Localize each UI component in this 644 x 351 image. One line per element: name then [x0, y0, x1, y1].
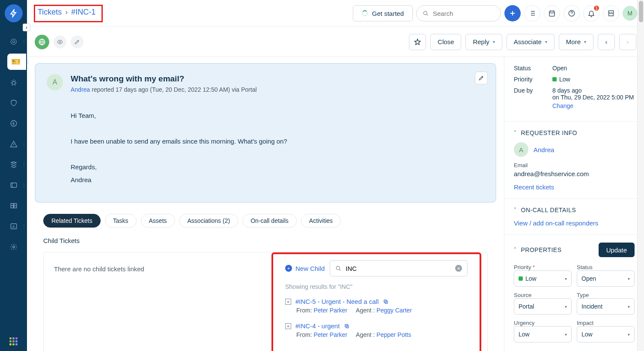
chevron-up-icon: ˄	[514, 130, 517, 136]
tab-related-tickets[interactable]: Related Tickets	[43, 214, 101, 228]
tab-oncall[interactable]: On-call details	[242, 214, 297, 228]
ticket-tabs-card: Related Tickets Tasks Assets Association…	[35, 206, 496, 351]
recent-tickets-link[interactable]: Recent tickets	[514, 183, 635, 191]
nav-dashboard-icon[interactable]: ◎⋮	[6, 33, 22, 49]
requester-info-header[interactable]: ˄REQUESTER INFO	[514, 129, 635, 136]
dueby-value: 8 days ago on Thu, 29 Dec, 2022 5:00 PM …	[552, 87, 635, 109]
edit-ticket-button[interactable]	[475, 72, 488, 84]
chevron-down-icon: ▾	[584, 39, 586, 44]
nav-alert-icon[interactable]: ⋮	[6, 136, 22, 152]
tasks-icon-button[interactable]	[524, 5, 540, 21]
chevron-up-icon: ˄	[514, 247, 517, 253]
clear-search-icon[interactable]: ✕	[455, 265, 462, 272]
svg-rect-11	[384, 300, 387, 302]
change-dueby-link[interactable]: Change	[552, 102, 635, 109]
nav-reports-icon[interactable]: ⋮	[6, 218, 22, 234]
impact-select[interactable]: Low▾	[577, 326, 635, 342]
associate-dropdown-button[interactable]: Associate▾	[507, 34, 555, 50]
close-button[interactable]: Close	[430, 34, 461, 50]
scrollbar-thumb[interactable]	[639, 1, 643, 22]
nav-release-icon[interactable]	[6, 115, 22, 132]
more-dropdown-button[interactable]: More▾	[559, 34, 593, 50]
help-icon-button[interactable]	[564, 5, 580, 21]
get-started-label: Get started	[372, 10, 404, 17]
properties-header[interactable]: ˄PROPERTIES	[514, 246, 562, 253]
vertical-scrollbar[interactable]	[637, 0, 644, 351]
requester-info-section: ˄REQUESTER INFO A Andrea Email andrea@fr…	[504, 122, 644, 199]
edit-subject-button[interactable]	[71, 36, 83, 48]
tab-associations[interactable]: Associations (2)	[179, 214, 239, 228]
nav-inventory-icon[interactable]: ⋮	[6, 156, 22, 173]
marketplace-button[interactable]	[603, 5, 619, 21]
nav-settings-icon[interactable]	[6, 239, 22, 255]
watch-toggle-button[interactable]	[54, 36, 66, 48]
nav-project-icon[interactable]: ⋮	[6, 177, 22, 193]
result-link[interactable]: #INC-5 - Urgent - Need a call	[295, 298, 379, 305]
star-button[interactable]	[409, 34, 426, 50]
svg-rect-12	[385, 301, 388, 303]
tab-activities[interactable]: Activities	[301, 214, 341, 228]
ticket-details-pane: Status Open Priority Low Due by 8 days a…	[504, 57, 644, 351]
status-select[interactable]: Open▾	[577, 270, 635, 287]
child-search-field[interactable]: ✕	[330, 260, 468, 276]
nav-apps-icon[interactable]	[9, 337, 18, 346]
update-button[interactable]: Update	[599, 243, 635, 257]
type-select[interactable]: Incident▾	[577, 298, 635, 315]
calendar-icon-button[interactable]	[544, 5, 560, 21]
open-new-icon[interactable]	[344, 323, 350, 329]
spinner-icon	[362, 10, 368, 16]
breadcrumb-ticket-id: #INC-1	[71, 8, 95, 17]
get-started-button[interactable]: Get started	[353, 5, 413, 21]
ticket-action-bar: Close Reply▾ Associate▾ More▾ ‹ ›	[27, 27, 644, 57]
chevron-up-icon: ˄	[514, 207, 517, 213]
store-icon	[607, 9, 615, 17]
child-search-input[interactable]	[346, 265, 451, 272]
status-value: Open	[552, 65, 635, 72]
open-new-icon[interactable]	[383, 299, 389, 305]
tabs-row: Related Tickets Tasks Assets Association…	[43, 214, 488, 228]
main-area: Tickets › #INC-1 Get started	[27, 0, 644, 351]
priority-dot-icon	[552, 77, 557, 81]
requester-email: andrea@freshservice.com	[514, 170, 635, 177]
urgency-select[interactable]: Low▾	[514, 326, 572, 342]
expand-rail-button[interactable]: ›	[23, 24, 30, 31]
notifications-button[interactable]: 1	[583, 5, 599, 21]
next-ticket-button[interactable]: ›	[619, 34, 636, 50]
tab-assets[interactable]: Assets	[141, 214, 175, 228]
tab-tasks[interactable]: Tasks	[105, 214, 137, 228]
prev-ticket-button[interactable]: ‹	[598, 34, 615, 50]
child-tickets-container: There are no child tickets linked + New …	[43, 252, 488, 351]
oncall-header[interactable]: ˄On-call details	[514, 207, 635, 213]
reply-dropdown-button[interactable]: Reply▾	[465, 34, 502, 50]
nav-tickets-icon[interactable]: 🎫⋮	[7, 54, 26, 70]
breadcrumb-parent-link[interactable]: Tickets	[38, 8, 62, 17]
requester-link[interactable]: Andrea	[71, 86, 90, 93]
new-button[interactable]	[504, 5, 521, 21]
new-child-button[interactable]: + New Child	[285, 265, 325, 272]
oncall-link[interactable]: View / add on-call responders	[514, 219, 635, 227]
result-link[interactable]: #INC-4 - urgent	[295, 322, 340, 330]
plus-round-icon: +	[285, 265, 292, 272]
add-result-icon[interactable]: +	[285, 299, 291, 305]
breadcrumb: Tickets › #INC-1	[34, 5, 103, 22]
nav-solutions-icon[interactable]	[6, 198, 22, 214]
nav-bug-icon[interactable]	[6, 74, 22, 90]
priority-value: Low	[552, 76, 635, 83]
svg-point-1	[11, 120, 17, 126]
requester-name-link[interactable]: Andrea	[534, 146, 554, 153]
global-search-input[interactable]	[433, 10, 495, 17]
nav-shield-icon[interactable]	[6, 95, 22, 111]
global-search[interactable]	[416, 5, 501, 21]
chevron-right-icon: ›	[65, 8, 68, 17]
status-label: Status	[514, 65, 552, 72]
brand-logo[interactable]	[5, 4, 23, 22]
chevron-down-icon: ▾	[545, 39, 547, 44]
profile-avatar[interactable]: M	[623, 6, 637, 21]
child-search-panel: + New Child ✕ Showing results for "INC"	[271, 252, 481, 351]
help-icon	[568, 9, 575, 17]
star-icon	[414, 38, 421, 46]
add-result-icon[interactable]: +	[285, 323, 291, 329]
plus-icon	[509, 9, 516, 17]
priority-select[interactable]: Low▾	[514, 270, 572, 287]
source-select[interactable]: Portal▾	[514, 298, 572, 315]
